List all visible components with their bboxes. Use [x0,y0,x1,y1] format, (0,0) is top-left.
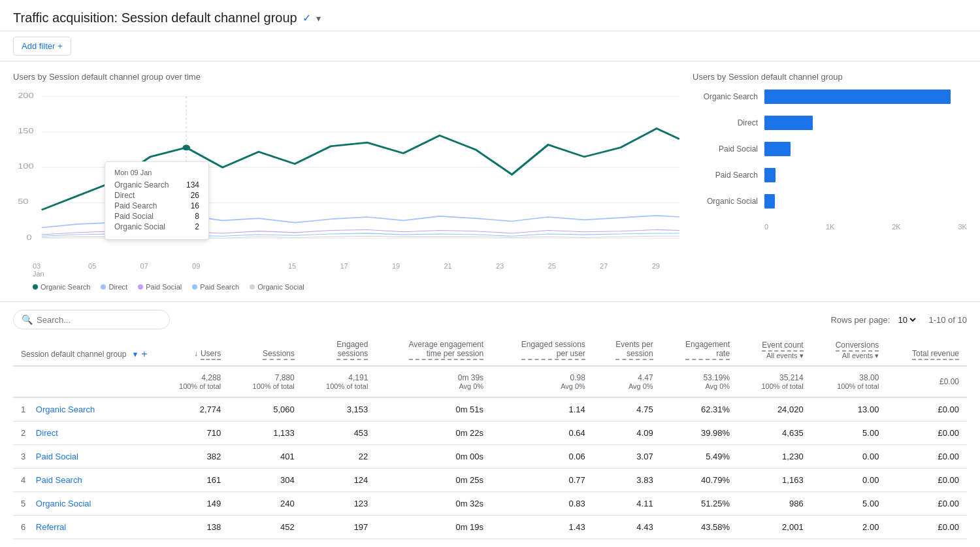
bar-row-direct: Direct [693,116,967,130]
dimension-link[interactable]: Direct [36,428,58,438]
col-header-dimension[interactable]: Session default channel group ▼ + [13,335,155,366]
cell-conversions: 13.00 [811,397,887,422]
totals-events-per-session: 4.47 Avg 0% [593,366,661,397]
cell-engaged-per-user: 0.06 [491,444,593,468]
rows-per-page-label: Rows per page: [830,315,890,325]
tooltip-row-4: Paid Social 8 [114,212,199,221]
col-header-total-revenue[interactable]: Total revenue [887,335,967,366]
col-header-event-count[interactable]: Event count All events ▾ [738,335,811,366]
col-header-avg-engagement-time[interactable]: Average engagementtime per session [376,335,491,366]
totals-conversions: 38.00 100% of total [811,366,887,397]
search-icon: 🔍 [22,314,33,325]
totals-avg-engagement: 0m 39s Avg 0% [376,366,491,397]
event-count-filter[interactable]: All events ▾ [745,352,804,360]
totals-users: 4,288 100% of total [155,366,229,397]
cell-engaged-per-user: 1.14 [491,397,593,422]
search-box[interactable]: 🔍 [13,310,170,329]
cell-avg-engagement-time: 0m 22s [376,421,491,444]
cell-engagement-rate: 39.98% [661,421,738,444]
rows-per-page-select[interactable]: 10 25 50 [895,314,918,325]
add-filter-icon: + [57,41,63,51]
table-toolbar: 🔍 Rows per page: 10 25 50 1-10 of 10 [13,302,967,335]
conversions-filter[interactable]: All events ▾ [819,352,879,360]
table-section: 🔍 Rows per page: 10 25 50 1-10 of 10 Ses… [0,302,980,547]
charts-section: Users by Session default channel group o… [0,61,980,302]
cell-engaged-per-user: 0.77 [491,468,593,491]
col-header-conversions[interactable]: Conversions All events ▾ [811,335,887,366]
cell-users: 382 [155,444,229,468]
cell-engaged-sessions: 123 [302,491,376,515]
cell-conversions: 5.00 [811,421,887,444]
cell-engagement-rate: 25% [661,539,738,547]
cell-engaged-sessions: 124 [302,468,376,491]
dimension-link[interactable]: Organic Search [36,405,95,414]
cell-sessions: 401 [229,444,302,468]
dimension-link[interactable]: Referral [36,522,66,532]
cell-conversions: 5.00 [811,491,887,515]
col-header-engagement-rate[interactable]: Engagementrate [661,335,738,366]
verified-icon: ✓ [302,12,311,24]
line-chart-title: Users by Session default channel group o… [13,72,679,82]
table-row: 5 Organic Social 149 240 123 0m 32s 0.83… [13,491,967,515]
cell-event-count: 1,163 [738,468,811,491]
cell-sessions: 1,133 [229,421,302,444]
cell-total-revenue: £0.00 [887,397,967,422]
cell-engagement-rate: 43.58% [661,515,738,539]
cell-num-dim: 3 Paid Social [13,444,155,468]
cell-sessions: 304 [229,468,302,491]
cell-events-per-session: 4.09 [593,421,661,444]
cell-engaged-sessions: 197 [302,515,376,539]
cell-sessions: 240 [229,491,302,515]
totals-row: 4,288 100% of total 7,880 100% of total … [13,366,967,397]
legend-paid-search[interactable]: Paid Search [192,283,239,291]
bar-chart-container: Users by Session default channel group O… [693,72,967,291]
title-dropdown-arrow[interactable]: ▾ [316,13,321,24]
chart-tooltip: Mon 09 Jan Organic Search 134 Direct 26 … [105,161,209,240]
dimension-link[interactable]: Paid Search [36,475,82,485]
totals-event-count: 35,214 100% of total [738,366,811,397]
tooltip-date: Mon 09 Jan [114,169,199,176]
table-row: 3 Paid Social 382 401 22 0m 00s 0.06 3.0… [13,444,967,468]
col-header-users[interactable]: ↓Users [155,335,229,366]
legend-paid-social[interactable]: Paid Social [138,283,182,291]
x-axis-labels: 03Jan 05 07 09 15 17 19 21 23 25 27 29 [13,259,679,278]
cell-event-count: 24,020 [738,397,811,422]
bar-chart-inner: Organic Search Direct Paid Social Paid S… [693,90,967,231]
bar-row-paid-social: Paid Social [693,142,967,156]
cell-engaged-per-user: 0.83 [491,491,593,515]
add-dimension-button[interactable]: + [141,348,147,360]
dimension-link[interactable]: Organic Social [36,499,91,508]
svg-text:150: 150 [18,127,33,135]
cell-engagement-rate: 51.25% [661,491,738,515]
dim-sort-icon: ▼ [131,350,139,358]
cell-conversions: 2.00 [811,515,887,539]
cell-total-revenue: £0.00 [887,491,967,515]
cell-num-dim: 1 Organic Search [13,397,155,422]
col-header-events-per-session[interactable]: Events persession [593,335,661,366]
legend-direct[interactable]: Direct [101,283,127,291]
cell-avg-engagement-time: 0m 19s [376,515,491,539]
cell-num-dim: 4 Paid Search [13,468,155,491]
table-row: 4 Paid Search 161 304 124 0m 25s 0.77 3.… [13,468,967,491]
totals-engaged-sessions: 4,191 100% of total [302,366,376,397]
legend-organic-search[interactable]: Organic Search [33,283,90,291]
cell-users: 161 [155,468,229,491]
cell-conversions: 0.00 [811,468,887,491]
col-header-engaged-per-user[interactable]: Engaged sessionsper user [491,335,593,366]
line-chart-container: Users by Session default channel group o… [13,72,679,291]
cell-events-per-session: 3.83 [593,468,661,491]
add-filter-button[interactable]: Add filter + [13,37,71,56]
cell-total-revenue: £0.00 [887,444,967,468]
tooltip-row-3: Paid Search 16 [114,201,199,210]
cell-engaged-per-user: 0.64 [491,421,593,444]
col-header-engaged-sessions[interactable]: Engagedsessions [302,335,376,366]
bar-x-axis: 0 1K 2K 3K [764,220,967,231]
totals-engaged-per-user: 0.98 Avg 0% [491,366,593,397]
search-input[interactable] [37,315,161,325]
bar-row-organic-social: Organic Social [693,194,967,208]
title-text: Traffic acquisition: Session default cha… [13,10,297,25]
table-body: 1 Organic Search 2,774 5,060 3,153 0m 51… [13,397,967,547]
col-header-sessions[interactable]: Sessions [229,335,302,366]
dimension-link[interactable]: Paid Social [36,452,78,461]
legend-organic-social[interactable]: Organic Social [250,283,304,291]
